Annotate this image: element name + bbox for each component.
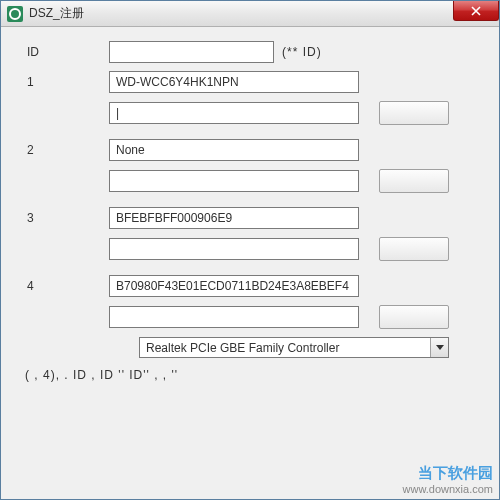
watermark-url: www.downxia.com [403,483,493,495]
content-area: ID (** ID) 1 2 [1,27,499,499]
section-3-button[interactable] [379,237,449,261]
adapter-row: Realtek PCIe GBE Family Controller [19,337,481,358]
section-1-button[interactable] [379,101,449,125]
window-title: DSZ_注册 [29,5,84,22]
registration-window: DSZ_注册 ID (** ID) 1 [0,0,500,500]
section-1-main-input[interactable] [109,71,359,93]
section-1-label: 1 [19,75,109,89]
section-2-label: 2 [19,143,109,157]
id-label: ID [19,45,109,59]
section-4-label: 4 [19,279,109,293]
id-row: ID (** ID) [19,41,481,63]
section-4-button[interactable] [379,305,449,329]
section-4: 4 [19,275,481,329]
adapter-combo[interactable]: Realtek PCIe GBE Family Controller [139,337,449,358]
adapter-combo-text: Realtek PCIe GBE Family Controller [140,341,430,355]
id-input[interactable] [109,41,274,63]
close-button[interactable] [453,1,499,21]
titlebar[interactable]: DSZ_注册 [1,1,499,27]
section-1: 1 [19,71,481,125]
section-3-sub-input[interactable] [109,238,359,260]
chevron-down-icon [430,338,448,357]
section-3: 3 [19,207,481,261]
section-4-sub-input[interactable] [109,306,359,328]
section-2-sub-input[interactable] [109,170,359,192]
section-2: 2 [19,139,481,193]
id-hint: (** ID) [282,45,322,59]
section-4-main-input[interactable] [109,275,359,297]
bottom-hint: ( , 4), . ID , ID '' ID'' , , '' [19,368,481,382]
section-3-main-input[interactable] [109,207,359,229]
watermark-name: 当下软件园 [403,464,493,483]
close-icon [471,6,481,16]
section-3-label: 3 [19,211,109,225]
watermark: 当下软件园 www.downxia.com [403,464,493,495]
section-2-button[interactable] [379,169,449,193]
app-icon [7,6,23,22]
section-2-main-input[interactable] [109,139,359,161]
section-1-sub-input[interactable] [109,102,359,124]
